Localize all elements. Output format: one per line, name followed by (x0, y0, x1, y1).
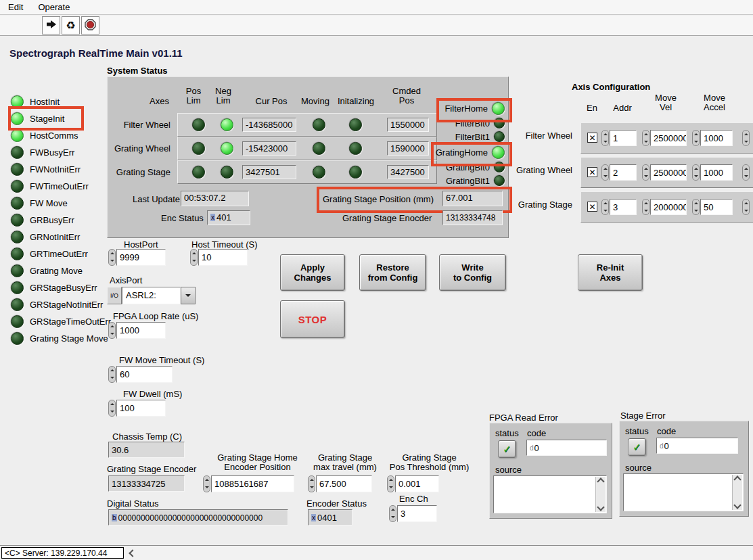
move-vel-input[interactable]: 2500000 (650, 164, 687, 181)
move-accel-input[interactable]: 1000 (700, 164, 733, 181)
moving-led (313, 142, 325, 155)
extra-spinner[interactable] (742, 130, 750, 146)
error-code-value: d0 (526, 440, 607, 456)
apply-changes-button[interactable]: Apply Changes (280, 254, 345, 291)
dropdown-arrow-icon[interactable] (181, 287, 196, 304)
write-to-config-button[interactable]: Write to Config (439, 254, 506, 291)
system-status-heading: System Status (107, 66, 168, 76)
initalizing-led (349, 118, 362, 131)
chassis-temp-label: Chassis Temp (C) (112, 431, 182, 442)
led-label: FWTimeOutErr (30, 181, 89, 191)
led-label: HostComms (30, 131, 78, 141)
move-accel-input[interactable]: 1000 (700, 130, 733, 146)
gs-home-encoder-spinner[interactable] (203, 475, 210, 492)
move-vel-spinner[interactable] (642, 130, 649, 146)
grstagenotiniterr-led (11, 298, 24, 311)
fpga-loop-rate-input[interactable]: 1000 (116, 322, 166, 339)
stop-button[interactable]: STOP (280, 300, 345, 338)
host-timeout-spinner[interactable] (190, 249, 198, 266)
addr-spinner[interactable] (601, 130, 609, 146)
col-header-cur-pos: Cur Pos (252, 97, 291, 106)
abort-button[interactable] (81, 16, 99, 34)
gs-pos-threshold-label: Grating Stage Pos Threshold (mm) (387, 453, 472, 473)
led-label: StageInit (30, 114, 64, 124)
encoder-status-value: x0401 (308, 509, 352, 526)
fpga-read-error-title: FPGA Read Error (489, 413, 558, 423)
scroll-up-icon[interactable] (597, 477, 604, 485)
menu-item-edit[interactable]: Edit (8, 2, 23, 12)
gratinghome-label: GratingHome (436, 147, 488, 158)
source-scrollbar[interactable] (595, 477, 606, 512)
fw-dwell-input[interactable]: 100 (116, 400, 166, 417)
axis-config-row-grating-stage: ✕ 3 2000000 50 (580, 191, 753, 223)
host-timeout-input[interactable]: 10 (198, 249, 248, 266)
move-accel-input[interactable]: 50 (700, 199, 733, 215)
code-label: code (527, 428, 546, 438)
run-continuous-button[interactable]: ♻ (62, 16, 80, 34)
menu-item-operate[interactable]: Operate (38, 2, 70, 12)
source-scrollbar[interactable] (732, 475, 742, 510)
gratingbit1-label: GratingBit1 (446, 176, 490, 186)
scroll-up-icon[interactable] (733, 475, 741, 483)
server-address-box: <C> Server: 139.229.170.44 (1, 547, 124, 559)
run-button[interactable] (42, 16, 60, 34)
cur-pos-value: -15423000 (242, 141, 296, 156)
fwtimeouterr-led (11, 180, 24, 193)
enc-ch-spinner[interactable] (389, 505, 396, 522)
fw-move-timeout-input[interactable]: 60 (116, 366, 173, 383)
en-checkbox[interactable]: ✕ (587, 202, 597, 212)
col-header-pos-lim: Pos Lim (183, 87, 204, 106)
scroll-down-icon[interactable] (597, 503, 604, 511)
en-checkbox[interactable]: ✕ (587, 167, 597, 177)
error-code-value: d0 (656, 438, 738, 454)
hex-radix: x (210, 214, 215, 221)
gs-home-encoder-input[interactable]: 10885161687 (211, 475, 294, 492)
move-accel-spinner[interactable] (692, 164, 700, 181)
neglim-led (221, 166, 233, 179)
grnotiniterr-led (11, 231, 24, 243)
poslim-led (192, 166, 205, 179)
move-accel-spinner[interactable] (692, 130, 700, 146)
gratingbit0-row: GratingBit0 (407, 160, 505, 174)
addr-input[interactable]: 2 (610, 164, 637, 181)
fw-dwell-spinner[interactable] (108, 400, 116, 417)
error-status-button[interactable]: ✓ (498, 440, 516, 458)
move-vel-spinner[interactable] (642, 199, 649, 215)
addr-input[interactable]: 3 (610, 199, 637, 215)
checkmark-icon: ✓ (633, 441, 641, 453)
addr-spinner[interactable] (601, 199, 609, 215)
move-vel-input[interactable]: 2000000 (650, 199, 687, 215)
move-vel-input[interactable]: 2500000 (650, 130, 687, 146)
grbusyerr-led (11, 214, 24, 227)
col-header-addr: Addr (608, 103, 637, 113)
grating-stage-encoder-label: Grating Stage Encoder (107, 464, 196, 474)
hostport-input[interactable]: 9999 (116, 249, 166, 266)
axis-label-filter-wheel: Filter Wheel (511, 131, 572, 141)
hostport-spinner[interactable] (108, 249, 116, 266)
addr-input[interactable]: 1 (610, 130, 637, 146)
addr-spinner[interactable] (601, 164, 609, 181)
cur-pos-value: -143685000 (242, 118, 296, 132)
extra-spinner[interactable] (742, 199, 750, 215)
gs-pos-threshold-input[interactable]: 0.001 (395, 475, 439, 492)
source-label: source (495, 465, 522, 475)
axisport-value[interactable]: ASRL2: (122, 287, 181, 304)
gs-pos-threshold-spinner[interactable] (387, 475, 394, 492)
fwnotiniterr-led (11, 163, 24, 176)
restore-from-config-button[interactable]: Restore from Config (359, 254, 426, 291)
move-vel-spinner[interactable] (642, 164, 649, 181)
move-accel-spinner[interactable] (692, 199, 700, 215)
error-status-button[interactable]: ✓ (628, 438, 646, 456)
initalizing-led (349, 142, 362, 155)
en-checkbox[interactable]: ✕ (587, 133, 597, 143)
scroll-down-icon[interactable] (733, 501, 741, 509)
fpga-loop-rate-spinner[interactable] (108, 322, 116, 339)
gs-max-travel-input[interactable]: 67.500 (316, 475, 372, 492)
fw-move-timeout-spinner[interactable] (108, 366, 116, 383)
axisport-combo[interactable]: I/O ASRL2: (107, 287, 196, 304)
extra-spinner[interactable] (742, 164, 750, 181)
enc-ch-input[interactable]: 3 (397, 505, 437, 522)
gs-max-travel-spinner[interactable] (308, 475, 315, 492)
reinit-axes-button[interactable]: Re-Init Axes (578, 254, 643, 291)
gratingbit0-led (494, 162, 505, 172)
